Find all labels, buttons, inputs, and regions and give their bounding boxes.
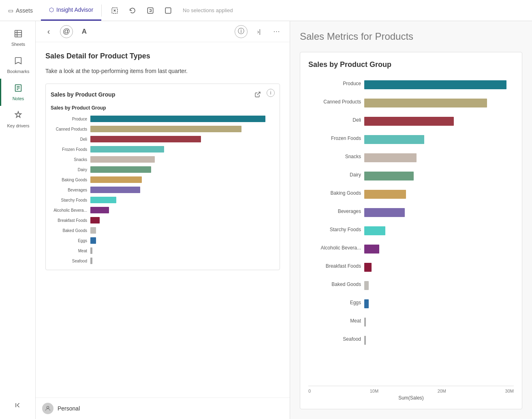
sidebar-item-sheets[interactable]: Sheets (0, 24, 35, 52)
bar-label: Snacks (308, 154, 361, 159)
assets-tab[interactable]: ▭ Assets (0, 0, 41, 21)
back-icon-btn[interactable] (162, 4, 175, 17)
list-item: Breakfast Foods (51, 216, 275, 224)
key-drivers-icon (14, 111, 23, 122)
bar-track (90, 237, 275, 244)
svg-rect-2 (165, 8, 171, 13)
bar-fill (90, 217, 100, 223)
bar-track (90, 136, 275, 142)
list-item: Meat (308, 313, 514, 329)
small-bar-chart: ProduceCanned ProductsDeliFrozen FoodsSn… (51, 115, 275, 265)
search-icon-btn[interactable] (108, 4, 121, 17)
list-item: Deli (308, 112, 514, 128)
bar-label: Starchy Foods (308, 227, 361, 232)
list-item: Dairy (308, 167, 514, 183)
skip-end-btn[interactable]: ›| (252, 25, 265, 38)
sidebar-item-key-drivers[interactable]: Key drivers (0, 106, 35, 133)
bar-label: Canned Products (51, 127, 87, 131)
bookmarks-label: Bookmarks (7, 69, 29, 74)
bar-fill (90, 146, 164, 153)
bar-track (364, 80, 514, 87)
bar-label: Eggs (308, 300, 361, 305)
chart-card-header: Sales by Product Group i (51, 89, 275, 100)
avatar (42, 403, 53, 414)
list-item: Baked Goods (51, 226, 275, 234)
refresh-icon-btn[interactable] (126, 4, 139, 17)
bar-track (90, 207, 275, 213)
list-item: Produce (308, 75, 514, 92)
axis-title: Sum(Sales) (308, 395, 514, 401)
list-item: Meat (51, 247, 275, 255)
axis-label-0: 0 (308, 389, 311, 393)
bar-track (90, 116, 275, 122)
bar-fill (90, 227, 96, 234)
at-sign-btn[interactable]: @ (60, 25, 73, 38)
left-panel: ‹ @ A ⓘ ›| ··· Sales Detail for Product … (36, 21, 290, 419)
bar-label: Alcoholic Bevera... (308, 245, 361, 251)
svg-rect-3 (15, 30, 22, 37)
bar-track (90, 176, 275, 183)
main-chart-title: Sales by Product Group (308, 60, 514, 69)
right-panel-title: Sales Metrics for Products (300, 31, 522, 42)
sidebar-collapse-btn[interactable] (10, 396, 26, 414)
bar-fill (364, 80, 506, 89)
bar-track (364, 208, 514, 215)
sidebar-item-bookmarks[interactable]: Bookmarks (0, 52, 35, 79)
footer-label: Personal (58, 405, 80, 412)
bar-fill (364, 226, 385, 235)
insight-icon: ⬡ (49, 6, 54, 13)
bar-track (364, 117, 514, 123)
list-item: Snacks (51, 155, 275, 163)
bar-label: Deli (308, 117, 361, 123)
bar-track (90, 126, 275, 132)
bar-track (90, 227, 275, 234)
axis-label-30m: 30M (505, 389, 514, 393)
bar-fill (90, 126, 241, 132)
small-chart-title: Sales by Product Group (51, 105, 275, 111)
bar-track (364, 336, 514, 342)
bar-fill (364, 208, 405, 217)
content-area: ‹ @ A ⓘ ›| ··· Sales Detail for Product … (36, 21, 532, 419)
list-item: Alcoholic Bevera... (308, 240, 514, 256)
insight-advisor-tab[interactable]: ⬡ Insight Advisor (41, 0, 101, 21)
list-item: Alcoholic Bevera... (51, 206, 275, 214)
info-btn[interactable]: ⓘ (235, 25, 248, 38)
font-a-btn[interactable]: A (78, 25, 91, 38)
svg-line-12 (257, 92, 260, 95)
bar-label: Baking Goods (51, 178, 87, 182)
bar-label: Baked Goods (51, 228, 87, 233)
bar-label: Baking Goods (308, 190, 361, 196)
list-item: Seafood (51, 257, 275, 265)
list-item: Beverages (308, 203, 514, 219)
bar-label: Breakfast Foods (51, 218, 87, 223)
bar-track (364, 318, 514, 324)
bar-track (90, 166, 275, 173)
panel-body: Take a look at the top-performing items … (45, 67, 280, 75)
bar-fill (364, 117, 454, 126)
bar-fill (364, 153, 417, 162)
bar-fill (364, 318, 366, 327)
sidebar: Sheets Bookmarks Notes Key drivers (0, 21, 36, 419)
list-item: Starchy Foods (308, 221, 514, 238)
list-item: Dairy (51, 165, 275, 174)
bar-track (364, 153, 514, 160)
bar-label: Deli (51, 137, 87, 142)
more-btn[interactable]: ··· (270, 25, 283, 38)
forward-icon-btn[interactable] (144, 4, 157, 17)
export-icon-btn[interactable] (252, 89, 263, 100)
bar-fill (364, 172, 414, 180)
bar-fill (90, 116, 265, 122)
sidebar-item-notes[interactable]: Notes (0, 79, 35, 106)
back-btn[interactable]: ‹ (42, 25, 55, 38)
bar-label: Beverages (308, 208, 361, 214)
list-item: Frozen Foods (51, 145, 275, 153)
bar-label: Starchy Foods (51, 198, 87, 202)
chart-axis: 0 10M 20M 30M (308, 386, 514, 393)
bar-fill (364, 281, 369, 290)
bar-fill (90, 187, 140, 193)
sidebar-bottom (10, 391, 26, 419)
list-item: Breakfast Foods (308, 258, 514, 274)
info-circle-btn[interactable]: i (267, 89, 275, 97)
bar-track (90, 187, 275, 193)
bar-fill (90, 258, 92, 264)
